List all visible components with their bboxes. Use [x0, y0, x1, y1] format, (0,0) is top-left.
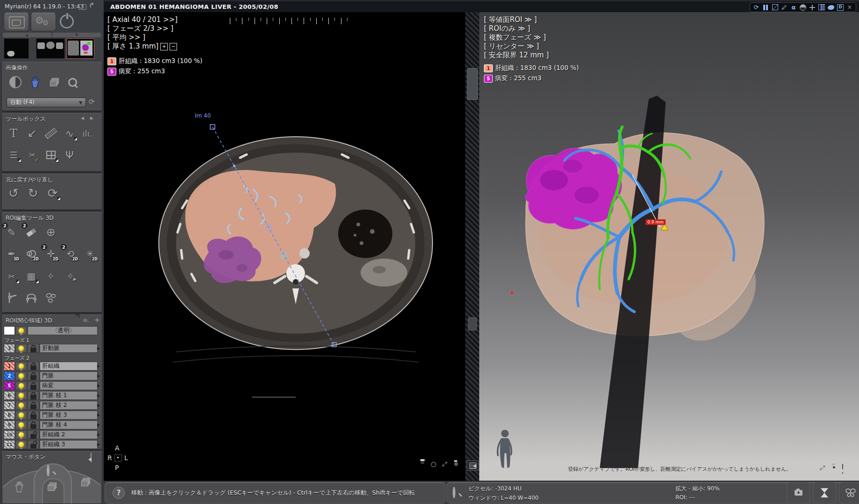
visibility-toggle[interactable]	[15, 420, 27, 429]
roi-eraser-tool[interactable]: 2	[23, 224, 39, 240]
series-thumbnail-3-selected[interactable]	[66, 38, 94, 59]
fullscreen-icon[interactable]: ⤢	[442, 460, 447, 468]
roi-row-expand-icon[interactable]: ▶	[97, 401, 100, 410]
roi-row-transparent[interactable]: 〈透明〉	[4, 326, 100, 335]
roi-blob-icon[interactable]	[828, 4, 834, 11]
roi-auto-grow-tool[interactable]: ✧ ▶	[63, 268, 78, 284]
multi-phase-control[interactable]: [ 複数フェーズ ≫ ]	[484, 33, 546, 42]
mouse-wheel-zoom-icon[interactable]	[47, 466, 50, 475]
scrollbar-mark[interactable]	[468, 317, 477, 330]
roi-name[interactable]: 門脈 枝 3	[40, 411, 98, 420]
lock-toggle[interactable]	[28, 440, 39, 449]
annotation-list-tool[interactable]: ☰◢	[6, 147, 21, 163]
roi-name[interactable]: 肝動脈	[40, 344, 98, 353]
color-swatch[interactable]: 11	[4, 440, 15, 449]
axial-2d-viewport[interactable]: [ Axial 40 / 201 >>] [ フェーズ 2/3 >> ] [ 平…	[104, 12, 465, 481]
roi-draw-pencil-tool[interactable]: ✎2	[4, 224, 20, 240]
undo-button[interactable]: ↺	[6, 185, 21, 201]
roi-blob-2d-tool[interactable]: 2D	[23, 246, 39, 262]
segment-validate-tool[interactable]: ✂ ✓	[24, 147, 40, 163]
roi-rotate-2d-tool[interactable]: ⟲22D	[63, 246, 78, 262]
fullscreen-icon[interactable]: ⤢	[820, 464, 825, 472]
roi-add-icon[interactable]: +	[94, 316, 100, 323]
lock-toggle[interactable]	[28, 401, 39, 410]
lock-toggle[interactable]	[28, 362, 39, 371]
slice-position-control[interactable]: [ Axial 40 / 201 >>]	[107, 15, 177, 24]
color-swatch[interactable]	[4, 326, 15, 335]
power-button[interactable]	[60, 14, 74, 28]
roi-seed-2d-tool[interactable]: ✳2D	[82, 246, 98, 262]
thumbnail-tab-up[interactable]: ▲	[3, 33, 51, 37]
history-button[interactable]: ⟳◢	[45, 185, 61, 201]
visibility-toggle[interactable]	[15, 344, 27, 353]
window-level-tool[interactable]	[7, 74, 23, 90]
reset-preset-icon[interactable]: ⟳	[89, 98, 95, 106]
territory-leaves-tool[interactable]	[43, 290, 59, 306]
lock-toggle[interactable]	[28, 411, 39, 420]
color-swatch[interactable]: 9	[4, 420, 15, 429]
roi-mesh-tool[interactable]: ▦◢	[23, 268, 39, 284]
visibility-toggle[interactable]	[15, 391, 27, 400]
roi-name[interactable]: 肝組織	[40, 362, 98, 371]
visibility-toggle[interactable]	[15, 381, 27, 390]
roi-row[interactable]: 5 病変 ▶	[4, 381, 100, 390]
roi-name[interactable]: 肝組織 2	[40, 430, 98, 439]
butterfly-button[interactable]	[839, 482, 859, 504]
roi-name[interactable]: 門脈 枝 2	[40, 401, 98, 410]
roi-row[interactable]: 6 門脈 枝 1 ▶	[4, 391, 100, 400]
lock-toggle[interactable]	[28, 381, 39, 390]
view-menu-icon[interactable]	[842, 464, 843, 473]
lock-toggle[interactable]	[28, 344, 39, 353]
visibility-toggle[interactable]	[15, 411, 27, 420]
settings-button[interactable]: ⚙ ⚙	[31, 13, 56, 31]
redo-button[interactable]: ↻	[25, 185, 41, 201]
safety-margin-control[interactable]: [ 安全限界 12 mm ]	[484, 51, 549, 60]
vessel-bridge-tool[interactable]	[23, 290, 39, 306]
oblique-plane-icon[interactable]	[772, 4, 778, 11]
roi-magic-select-tool[interactable]: ✧	[43, 268, 59, 284]
roi-row-expand-icon[interactable]: ▶	[97, 411, 100, 420]
mouse-left-pan-icon[interactable]	[14, 481, 24, 494]
roi-row-selected[interactable]: 1 肝組織 ▶	[4, 362, 100, 371]
text-annotation-tool[interactable]: T	[6, 126, 21, 141]
projection-control[interactable]: [ 平均 >> ]	[107, 33, 145, 42]
reset-rotation-icon[interactable]: ⟳	[753, 4, 760, 11]
roi-name[interactable]: 門脈	[40, 371, 98, 380]
screenshot-button[interactable]	[787, 482, 810, 504]
vessel-tracking-tool[interactable]: Ψ	[62, 147, 78, 163]
roi-row-expand-icon[interactable]: ▶	[97, 391, 100, 400]
color-swatch[interactable]: 8	[4, 411, 15, 420]
scrollbar-thumb[interactable]	[467, 68, 478, 100]
crosshair-icon[interactable]	[809, 4, 816, 11]
color-swatch[interactable]: 3	[4, 344, 15, 353]
dicom-export-icon[interactable]: D	[837, 4, 844, 11]
roi-row-expand-icon[interactable]: ▶	[97, 440, 100, 449]
roi-row-expand-icon[interactable]: ▶	[97, 430, 100, 439]
visibility-toggle[interactable]	[15, 430, 27, 439]
close-icon[interactable]: ✕	[846, 4, 853, 11]
lock-toggle[interactable]	[28, 371, 39, 380]
color-swatch[interactable]: 1	[4, 362, 15, 371]
roi-row[interactable]: 8 門脈 枝 3 ▶	[4, 411, 100, 420]
arrow-annotation-tool[interactable]: ↙	[24, 126, 40, 141]
thickness-control[interactable]: [ 厚さ 1.3 mm]+−	[107, 42, 177, 51]
visibility-toggle[interactable]	[15, 401, 27, 410]
lock-toggle[interactable]	[28, 430, 39, 439]
roi-row[interactable]: 11 肝組織 3 ▶	[4, 440, 100, 449]
alpha-blend-icon[interactable]: α	[790, 4, 797, 11]
open-study-button[interactable]	[4, 13, 29, 31]
visibility-toggle[interactable]	[15, 362, 27, 371]
roi-contour-3d-tool[interactable]: ✒3D	[4, 246, 20, 262]
stack-scroll-tool[interactable]	[45, 74, 61, 90]
roi-row-expand-icon[interactable]: ▶	[97, 420, 100, 429]
roi-sphere-tool[interactable]: ⊕	[43, 224, 59, 240]
recenter-control[interactable]: [ リセンター ≫ ]	[484, 42, 539, 51]
isosurface-roi-control[interactable]: [ 等値面ROI ≫ ]	[484, 15, 537, 24]
history-hourglass-button[interactable]	[813, 482, 836, 504]
lock-toggle[interactable]	[28, 420, 39, 429]
thickness-minus-button[interactable]: −	[170, 43, 177, 50]
thumbnail-tab-down[interactable]: ▼	[52, 33, 101, 37]
series-thumbnail-2[interactable]	[36, 38, 65, 59]
roi-name[interactable]: 〈透明〉	[28, 326, 98, 335]
lock-toggle[interactable]	[28, 391, 39, 400]
